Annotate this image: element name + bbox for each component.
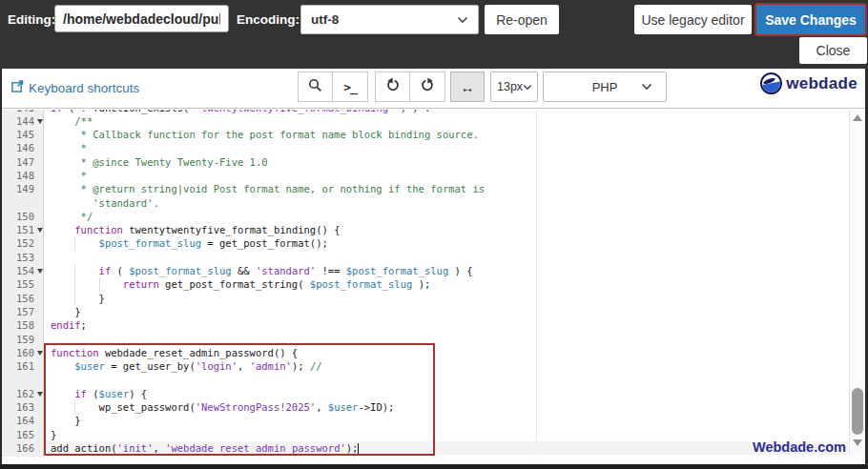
window-border-left — [0, 69, 2, 469]
chevron-down-icon — [457, 16, 468, 24]
vertical-scrollbar[interactable] — [849, 110, 865, 456]
gutter-line-number[interactable]: 159 — [2, 333, 44, 346]
gutter-line-number[interactable]: 148 — [2, 169, 44, 182]
close-button[interactable]: Close — [799, 37, 867, 64]
gutter-line-number[interactable] — [2, 373, 44, 386]
toggle-width-button[interactable]: ↔ — [450, 71, 485, 102]
file-path-input[interactable] — [54, 5, 229, 32]
reopen-button[interactable]: Re-open — [485, 5, 559, 34]
save-changes-button[interactable]: Save Changes — [754, 3, 867, 36]
code-line[interactable]: * @since Twenty Twenty-Five 1.0 — [51, 155, 848, 169]
fold-arrow-icon[interactable] — [37, 392, 43, 397]
horizontal-arrows-icon: ↔ — [461, 79, 475, 95]
scroll-up-icon[interactable] — [853, 114, 862, 121]
code-line[interactable]: function twentytwentyfive_format_binding… — [51, 223, 848, 236]
encoding-select[interactable]: utf-8 — [300, 5, 479, 34]
code-line[interactable]: $post_format_slug = get_post_format(); — [51, 236, 848, 250]
gutter-line-number[interactable]: 151 — [2, 223, 44, 236]
gutter-line-number[interactable]: 161 — [2, 359, 44, 373]
code-line[interactable]: return get_post_format_string( $post_for… — [51, 277, 848, 291]
gutter-line-number[interactable]: 152 — [2, 236, 44, 250]
gutter-line-number[interactable]: 153 — [2, 251, 44, 264]
gutter-line-number[interactable]: 150 — [2, 210, 44, 223]
chevron-down-icon — [641, 83, 652, 91]
use-legacy-editor-button[interactable]: Use legacy editor — [634, 5, 752, 34]
redo-icon — [420, 77, 435, 96]
gutter-line-number[interactable]: 145 — [2, 128, 44, 141]
undo-button[interactable] — [375, 71, 410, 102]
code-line[interactable]: } — [51, 292, 848, 305]
search-button[interactable] — [298, 71, 333, 102]
line-numbers: 1431441451461471481491501511521531541551… — [2, 110, 44, 455]
gutter-line-number[interactable]: 165 — [2, 428, 44, 441]
watermark-text: Webdade.com — [753, 440, 846, 454]
syntax-mode-value: PHP — [592, 80, 618, 94]
code-line[interactable]: if ( $post_format_slug && 'standard' !==… — [51, 264, 848, 277]
webdade-logo-icon — [760, 72, 782, 94]
gutter-line-number[interactable] — [2, 196, 44, 210]
gutter-line-number[interactable]: 146 — [2, 141, 44, 154]
syntax-mode-select[interactable]: PHP — [543, 71, 667, 102]
code-line[interactable]: } — [51, 305, 848, 318]
gutter-line-number[interactable]: 162 — [2, 387, 44, 400]
gutter-line-number[interactable]: 154 — [2, 264, 44, 277]
font-size-select[interactable]: 13px — [490, 71, 538, 102]
highlight-box — [44, 343, 435, 456]
fold-arrow-icon[interactable] — [37, 269, 43, 274]
code-line[interactable]: 'standard'. — [51, 196, 848, 210]
scroll-down-icon[interactable] — [853, 439, 862, 446]
gutter-line-number[interactable]: 155 — [2, 277, 44, 291]
code-line[interactable]: */ — [51, 210, 848, 223]
gutter-line-number[interactable]: 160 — [2, 346, 44, 359]
undo-icon — [385, 77, 401, 96]
code-line[interactable]: * — [51, 141, 848, 154]
encoding-label: Encoding: — [237, 12, 300, 27]
code-line[interactable] — [51, 251, 848, 264]
gutter-line-number[interactable]: 156 — [2, 292, 44, 305]
keyboard-shortcuts-label: Keyboard shortcuts — [29, 81, 139, 95]
fold-arrow-icon[interactable] — [37, 351, 43, 356]
chevron-down-icon — [523, 84, 532, 91]
gutter-line-number[interactable]: 166 — [2, 441, 44, 455]
editing-label: Editing: — [8, 12, 55, 27]
scrollbar-thumb[interactable] — [852, 388, 863, 435]
terminal-icon: >_ — [343, 80, 357, 94]
keyboard-shortcuts-link[interactable]: Keyboard shortcuts — [11, 80, 139, 95]
fold-arrow-icon[interactable] — [37, 228, 43, 233]
encoding-value: utf-8 — [311, 12, 339, 27]
external-link-icon — [11, 80, 24, 95]
fold-arrow-icon[interactable] — [37, 119, 43, 124]
webdade-logo-text: webdade — [786, 74, 858, 93]
code-line[interactable]: * @return string|void Post format name, … — [51, 182, 848, 195]
gutter-line-number[interactable]: 149 — [2, 182, 44, 195]
webdade-logo: webdade — [760, 72, 858, 94]
terminal-button[interactable]: >_ — [333, 71, 368, 102]
gutter-line-number[interactable]: 144 — [2, 114, 44, 128]
redo-button[interactable] — [410, 71, 445, 102]
font-size-value: 13px — [497, 80, 523, 93]
window-border-bottom — [0, 464, 868, 469]
editor-toolbar: Keyboard shortcuts >_ ↔ 13px PHP webdade — [2, 69, 865, 109]
gutter-line-number[interactable]: 158 — [2, 318, 44, 332]
code-line[interactable]: * — [51, 169, 848, 182]
code-line[interactable]: /** — [51, 114, 848, 128]
gutter-line-number[interactable]: 164 — [2, 414, 44, 427]
gutter-line-number[interactable]: 147 — [2, 155, 44, 169]
header-bar: Editing: Encoding: utf-8 Re-open Use leg… — [0, 0, 868, 69]
search-icon — [308, 78, 322, 96]
code-line[interactable]: * Callback function for the post format … — [51, 128, 848, 141]
gutter-line-number[interactable]: 157 — [2, 305, 44, 318]
code-line[interactable]: endif; — [51, 318, 848, 332]
gutter-line-number[interactable]: 163 — [2, 400, 44, 414]
code-editor[interactable]: 1431441451461471481491501511521531541551… — [2, 110, 865, 464]
